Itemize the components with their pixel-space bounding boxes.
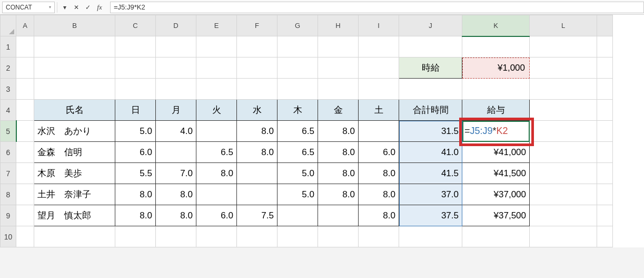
wage-value-cell[interactable]: ¥1,000 <box>462 57 530 79</box>
cell[interactable] <box>359 79 399 100</box>
hours-cell[interactable]: 8.0 <box>359 184 399 205</box>
hours-cell[interactable]: 6.0 <box>115 142 156 163</box>
hours-cell[interactable] <box>237 163 278 184</box>
name-box-expand-icon[interactable]: ▾ <box>60 2 70 13</box>
hours-cell[interactable]: 8.0 <box>237 142 278 163</box>
cell[interactable] <box>597 205 613 226</box>
hours-cell[interactable] <box>196 121 237 142</box>
cell[interactable] <box>530 100 597 121</box>
col-header-C[interactable]: C <box>115 15 156 36</box>
salary-cell[interactable]: ¥41,000 <box>462 142 530 163</box>
cell[interactable] <box>597 121 613 142</box>
row-header-3[interactable]: 3 <box>1 79 16 100</box>
cell[interactable] <box>359 57 399 79</box>
cell[interactable] <box>530 205 597 226</box>
row-header-5[interactable]: 5 <box>1 121 16 142</box>
name-box[interactable]: CONCAT ▾ <box>2 2 55 13</box>
total-hours-cell[interactable]: 41.0 <box>399 142 462 163</box>
name-box-dropdown-icon[interactable]: ▾ <box>49 5 51 9</box>
col-header-K[interactable]: K <box>462 15 530 36</box>
cell[interactable] <box>530 163 597 184</box>
hours-cell[interactable] <box>156 142 196 163</box>
cell[interactable] <box>115 36 156 57</box>
row-header-6[interactable]: 6 <box>1 142 16 163</box>
hours-cell[interactable]: 8.0 <box>318 163 359 184</box>
total-hours-cell[interactable]: 41.5 <box>399 163 462 184</box>
cell[interactable] <box>16 100 34 121</box>
cell[interactable] <box>16 121 34 142</box>
cell[interactable] <box>530 142 597 163</box>
cell[interactable] <box>16 57 34 79</box>
hours-cell[interactable]: 8.0 <box>156 184 196 205</box>
total-hours-cell[interactable]: 37.5 <box>399 205 462 226</box>
hours-cell[interactable]: 8.0 <box>115 205 156 226</box>
cell[interactable] <box>530 121 597 142</box>
hours-cell[interactable]: 8.0 <box>359 205 399 226</box>
header-day[interactable]: 火 <box>196 100 237 121</box>
cell[interactable] <box>34 79 115 100</box>
name-cell[interactable]: 望月 慎太郎 <box>34 205 115 226</box>
hours-cell[interactable] <box>196 184 237 205</box>
row-header-2[interactable]: 2 <box>1 57 16 79</box>
hours-cell[interactable]: 7.0 <box>156 163 196 184</box>
col-header-B[interactable]: B <box>34 15 115 36</box>
formula-input[interactable]: =J5:J9*K2 <box>110 2 644 13</box>
hours-cell[interactable]: 5.0 <box>278 163 318 184</box>
cell[interactable] <box>156 57 196 79</box>
header-day[interactable]: 日 <box>115 100 156 121</box>
cell[interactable] <box>530 57 597 79</box>
name-cell[interactable]: 木原 美歩 <box>34 163 115 184</box>
hours-cell[interactable]: 6.0 <box>359 142 399 163</box>
hours-cell[interactable]: 8.0 <box>115 184 156 205</box>
hours-cell[interactable]: 6.5 <box>278 121 318 142</box>
row-header-4[interactable]: 4 <box>1 100 16 121</box>
hours-cell[interactable] <box>359 121 399 142</box>
col-header-F[interactable]: F <box>237 15 278 36</box>
hours-cell[interactable]: 4.0 <box>156 121 196 142</box>
col-header-E[interactable]: E <box>196 15 237 36</box>
row-header-7[interactable]: 7 <box>1 163 16 184</box>
name-cell[interactable]: 土井 奈津子 <box>34 184 115 205</box>
cell[interactable] <box>196 79 237 100</box>
spreadsheet-grid[interactable]: A B C D E F G H I J K L 12時給¥1,00034氏名日月… <box>0 15 613 247</box>
header-day[interactable]: 水 <box>237 100 278 121</box>
cell[interactable] <box>530 184 597 205</box>
cell[interactable] <box>597 79 613 100</box>
cell[interactable] <box>597 142 613 163</box>
row-header-8[interactable]: 8 <box>1 184 16 205</box>
cell[interactable] <box>318 36 359 57</box>
cell[interactable] <box>597 184 613 205</box>
salary-cell[interactable]: ¥37,000 <box>462 184 530 205</box>
total-hours-cell[interactable]: 37.0 <box>399 184 462 205</box>
cell[interactable] <box>115 226 156 247</box>
fx-button[interactable]: fx <box>94 2 105 13</box>
hours-cell[interactable]: 8.0 <box>318 121 359 142</box>
cell[interactable] <box>597 36 613 57</box>
hours-cell[interactable]: 8.0 <box>196 163 237 184</box>
col-header-H[interactable]: H <box>318 15 359 36</box>
col-header-A[interactable]: A <box>16 15 34 36</box>
header-name[interactable]: 氏名 <box>34 100 115 121</box>
header-day[interactable]: 金 <box>318 100 359 121</box>
cell[interactable] <box>530 36 597 57</box>
cell[interactable] <box>16 184 34 205</box>
header-day[interactable]: 木 <box>278 100 318 121</box>
header-total-hours[interactable]: 合計時間 <box>399 100 462 121</box>
cell[interactable] <box>399 226 462 247</box>
col-header-G[interactable]: G <box>278 15 318 36</box>
cell[interactable] <box>530 79 597 100</box>
hours-cell[interactable]: 8.0 <box>318 142 359 163</box>
hours-cell[interactable]: 5.0 <box>278 184 318 205</box>
hours-cell[interactable] <box>278 205 318 226</box>
cell[interactable] <box>16 36 34 57</box>
hours-cell[interactable]: 6.5 <box>196 142 237 163</box>
hours-cell[interactable]: 7.5 <box>237 205 278 226</box>
cell[interactable] <box>278 36 318 57</box>
row-header-9[interactable]: 9 <box>1 205 16 226</box>
cell[interactable] <box>237 57 278 79</box>
cell[interactable] <box>597 100 613 121</box>
hours-cell[interactable]: 8.0 <box>359 163 399 184</box>
cell[interactable] <box>16 205 34 226</box>
cell[interactable] <box>115 57 156 79</box>
hours-cell[interactable]: 6.0 <box>196 205 237 226</box>
